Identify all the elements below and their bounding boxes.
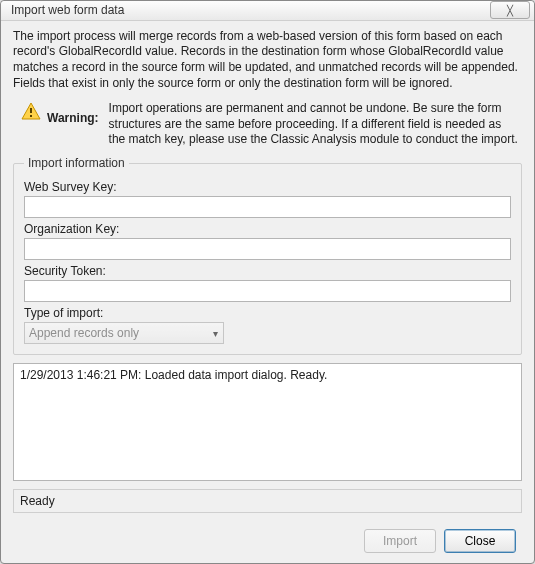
button-row: Import Close <box>13 523 522 563</box>
type-of-import-select[interactable]: Append records only <box>24 322 224 344</box>
web-survey-key-label: Web Survey Key: <box>24 180 511 194</box>
titlebar: Import web form data ╳ <box>1 1 534 21</box>
security-token-input[interactable] <box>24 280 511 302</box>
warning-label: Warning: <box>47 101 103 125</box>
import-button[interactable]: Import <box>364 529 436 553</box>
log-output[interactable]: 1/29/2013 1:46:21 PM: Loaded data import… <box>13 363 522 481</box>
warning-icon <box>21 101 41 121</box>
organization-key-label: Organization Key: <box>24 222 511 236</box>
warning-row: Warning: Import operations are permanent… <box>13 97 522 156</box>
type-of-import-select-wrap: Append records only ▾ <box>24 322 224 344</box>
close-button[interactable]: Close <box>444 529 516 553</box>
status-text: Ready <box>20 494 55 508</box>
group-legend: Import information <box>24 156 129 170</box>
warning-text: Import operations are permanent and cann… <box>109 101 518 148</box>
svg-rect-1 <box>30 108 32 113</box>
close-icon: ╳ <box>507 5 513 16</box>
content-area: The import process will merge records fr… <box>1 21 534 563</box>
web-survey-key-input[interactable] <box>24 196 511 218</box>
security-token-label: Security Token: <box>24 264 511 278</box>
window-title: Import web form data <box>11 3 490 17</box>
intro-text: The import process will merge records fr… <box>13 29 522 91</box>
type-of-import-label: Type of import: <box>24 306 511 320</box>
organization-key-input[interactable] <box>24 238 511 260</box>
svg-rect-2 <box>30 115 32 117</box>
window-close-button[interactable]: ╳ <box>490 1 530 19</box>
status-bar: Ready <box>13 489 522 513</box>
log-line: 1/29/2013 1:46:21 PM: Loaded data import… <box>20 368 515 382</box>
import-information-group: Import information Web Survey Key: Organ… <box>13 156 522 355</box>
dialog-window: Import web form data ╳ The import proces… <box>0 0 535 564</box>
